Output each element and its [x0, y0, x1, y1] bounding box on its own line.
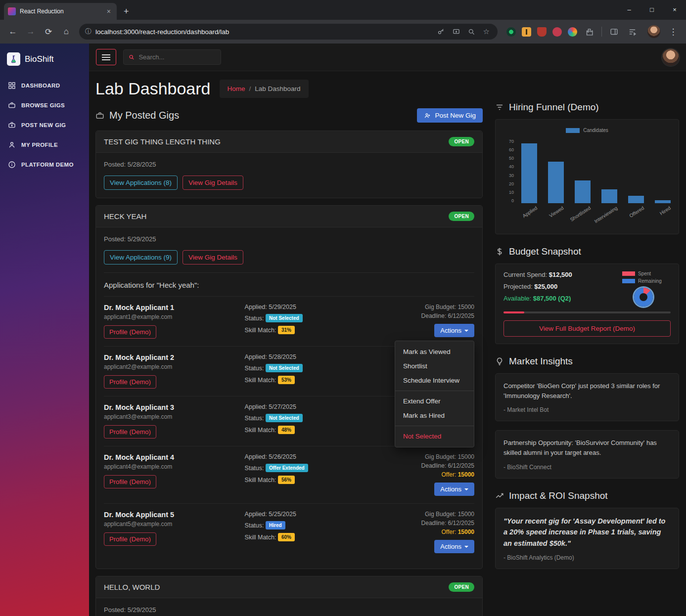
- flask-logo-icon: [7, 52, 20, 66]
- extension-icon-3[interactable]: [537, 27, 547, 37]
- impact-roi-widget: Impact & ROI Snapshot "Your recent gig f…: [495, 490, 679, 569]
- post-new-gig-button[interactable]: Post New Gig: [417, 108, 483, 123]
- profile-demo-button[interactable]: Profile (Demo): [104, 532, 156, 546]
- reload-button[interactable]: ⟳: [41, 24, 56, 40]
- new-tab-button[interactable]: +: [117, 6, 136, 20]
- left-column: Lab Dashboard Home / Lab Dashboard My Po…: [95, 78, 483, 616]
- impact-quote: "Your recent gig for 'Assay Development'…: [503, 516, 671, 549]
- menu-item-not-selected[interactable]: Not Selected: [395, 429, 474, 443]
- menu-item-mark-as-viewed[interactable]: Mark as Viewed: [395, 345, 474, 359]
- window-minimize-button[interactable]: –: [618, 0, 640, 20]
- extension-icon-5[interactable]: [568, 27, 577, 37]
- view-gig-details-button[interactable]: View Gig Details: [183, 250, 243, 264]
- view-applications-button[interactable]: View Applications (9): [104, 250, 178, 264]
- home-button[interactable]: ⌂: [58, 24, 74, 40]
- browser-profile-avatar[interactable]: [647, 25, 660, 38]
- window-maximize-button[interactable]: □: [640, 0, 663, 20]
- menu-item-mark-as-hired[interactable]: Mark as Hired: [395, 408, 474, 423]
- back-button[interactable]: ←: [5, 24, 21, 40]
- tab-close-icon[interactable]: ×: [105, 7, 113, 15]
- install-app-icon[interactable]: [451, 28, 462, 36]
- profile-demo-button[interactable]: Profile (Demo): [104, 425, 156, 439]
- address-bar[interactable]: ⓘ localhost:3000/react-reduction/dashboa…: [79, 24, 498, 40]
- menu-item-schedule-interview[interactable]: Schedule Interview: [395, 373, 474, 388]
- market-insights-title: Market Insights: [495, 356, 679, 367]
- gigs-section-header: My Posted Gigs Post New Gig: [95, 108, 483, 123]
- brand[interactable]: BioShift: [0, 44, 89, 76]
- profile-demo-button[interactable]: Profile (Demo): [104, 375, 156, 389]
- offer-amount: 15000: [458, 528, 474, 535]
- y-tick-label: 0: [511, 198, 514, 203]
- applicant-name: Dr. Mock Applicant 2: [104, 353, 245, 361]
- funnel-bars: [517, 139, 671, 203]
- insight-source: - BioShift Connect: [503, 464, 671, 471]
- browser-menu-icon[interactable]: ⋮: [665, 24, 681, 40]
- x-tick-label: Hired: [659, 205, 672, 216]
- sidebar-item-browse-gigs[interactable]: BROWSE GIGS: [0, 95, 89, 115]
- impact-roi-title: Impact & ROI Snapshot: [495, 490, 679, 501]
- zoom-icon[interactable]: [466, 28, 477, 36]
- gig-card-body: Posted: 5/29/2025 View Applications (9) …: [96, 227, 482, 569]
- menu-item-shortlist[interactable]: Shortlist: [395, 359, 474, 373]
- y-tick-label: 10: [509, 190, 514, 195]
- applicant-name: Dr. Mock Applicant 3: [104, 403, 245, 411]
- available-value: $87,500 (Q2): [533, 295, 571, 302]
- browser-chrome: React Reduction × + – □ × ← → ⟳ ⌂ ⓘ loca…: [0, 0, 686, 44]
- view-gig-details-button[interactable]: View Gig Details: [183, 176, 243, 190]
- applicant-row: Dr. Mock Applicant 1 applicant1@example.…: [104, 296, 474, 346]
- extension-icon-1[interactable]: [506, 27, 516, 37]
- sidebar-item-post-new-gig[interactable]: POST NEW GIG: [0, 115, 89, 135]
- sidebar-item-label: POST NEW GIG: [21, 122, 66, 128]
- sidebar-item-label: PLATFORM DEMO: [21, 162, 74, 168]
- forward-button[interactable]: →: [23, 24, 39, 40]
- caret-down-icon: [464, 488, 468, 490]
- extension-icon-2[interactable]: [522, 27, 531, 37]
- funnel-bar: [628, 196, 644, 203]
- funnel-bar: [548, 162, 564, 203]
- tab-strip: React Reduction × + – □ ×: [0, 0, 686, 20]
- extension-icon-4[interactable]: [552, 27, 562, 37]
- browser-tab[interactable]: React Reduction ×: [4, 3, 117, 20]
- actions-dropdown-button[interactable]: Actions: [434, 483, 474, 496]
- extensions-puzzle-icon[interactable]: [583, 28, 595, 36]
- password-manager-icon[interactable]: [435, 28, 447, 36]
- person-plus-icon: [424, 112, 431, 119]
- caret-down-icon: [464, 330, 468, 332]
- sidebar: BioShift DASHBOARD BROWSE GIGS POST NEW …: [0, 44, 89, 616]
- sidebar-item-my-profile[interactable]: MY PROFILE: [0, 135, 89, 155]
- actions-dropdown-button[interactable]: Actions: [434, 540, 474, 553]
- user-avatar[interactable]: [662, 49, 679, 66]
- funnel-icon: [495, 103, 504, 112]
- sidebar-item-platform-demo[interactable]: PLATFORM DEMO: [0, 155, 89, 175]
- window-close-button[interactable]: ×: [663, 0, 686, 20]
- applicant-email: applicant5@example.com: [104, 521, 245, 528]
- spent-swatch: [622, 271, 635, 276]
- gig-card: HECK YEAH OPEN Posted: 5/29/2025 View Ap…: [95, 205, 483, 569]
- menu-item-extend-offer[interactable]: Extend Offer: [395, 394, 474, 408]
- y-tick-label: 50: [509, 156, 514, 161]
- breadcrumb-separator: /: [249, 85, 251, 92]
- profile-demo-button[interactable]: Profile (Demo): [104, 475, 156, 488]
- y-tick-label: 60: [509, 147, 514, 152]
- site-info-icon[interactable]: ⓘ: [85, 27, 91, 36]
- insight-text: Partnership Opportunity: 'BioSurvivor Co…: [503, 438, 671, 458]
- skill-match-badge: 31%: [278, 326, 295, 334]
- sidebar-item-dashboard[interactable]: DASHBOARD: [0, 76, 89, 95]
- side-panel-icon[interactable]: [608, 28, 620, 36]
- actions-dropdown-button[interactable]: Actions: [434, 324, 474, 337]
- remaining-swatch: [622, 279, 635, 283]
- url-text: localhost:3000/react-reduction/dashboard…: [95, 28, 431, 36]
- funnel-bar: [601, 189, 617, 203]
- applicant-email: applicant3@example.com: [104, 413, 245, 420]
- sidebar-toggle-button[interactable]: [96, 49, 116, 65]
- media-controls-icon[interactable]: [626, 28, 639, 36]
- lightbulb-icon: [495, 357, 504, 366]
- application-status-badge: Offer Extended: [266, 464, 308, 472]
- budget-card: Current Spend: $12,500 Projected: $25,00…: [495, 264, 679, 344]
- view-applications-button[interactable]: View Applications (8): [104, 176, 178, 190]
- profile-demo-button[interactable]: Profile (Demo): [104, 325, 156, 339]
- view-budget-report-button[interactable]: View Full Budget Report (Demo): [503, 320, 671, 337]
- bookmark-star-icon[interactable]: ☆: [481, 27, 492, 36]
- breadcrumb-home-link[interactable]: Home: [228, 85, 245, 92]
- search-input[interactable]: [138, 53, 216, 61]
